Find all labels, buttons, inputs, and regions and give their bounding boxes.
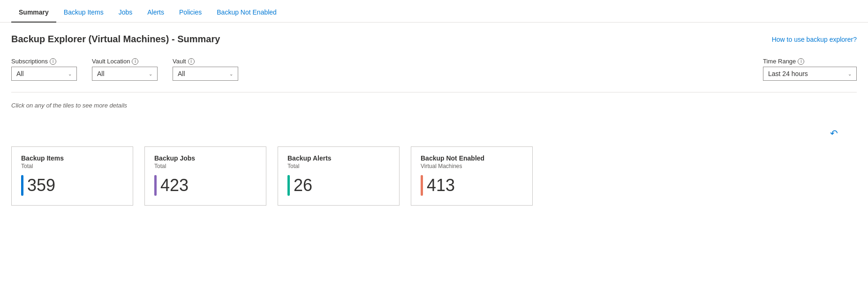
refresh-icon[interactable]: ↶	[830, 128, 838, 139]
subscriptions-filter: Subscriptions i All ⌄	[11, 58, 77, 81]
help-link[interactable]: How to use backup explorer?	[772, 36, 857, 43]
backup-items-number: 359	[27, 177, 55, 194]
tab-summary[interactable]: Summary	[11, 3, 56, 23]
backup-not-enabled-tile[interactable]: Backup Not Enabled Virtual Machines 413	[411, 146, 533, 206]
backup-jobs-number: 423	[160, 177, 189, 194]
vault-location-label: Vault Location i	[92, 58, 158, 65]
backup-alerts-tile-title: Backup Alerts	[287, 154, 390, 162]
tab-backup-items[interactable]: Backup Items	[56, 3, 111, 23]
backup-items-tile[interactable]: Backup Items Total 359	[11, 146, 133, 206]
backup-alerts-value-row: 26	[287, 175, 390, 196]
tab-jobs[interactable]: Jobs	[111, 3, 140, 23]
hint-text: Click on any of the tiles to see more de…	[11, 102, 857, 109]
time-range-chevron-icon: ⌄	[848, 71, 852, 77]
subscriptions-label: Subscriptions i	[11, 58, 77, 65]
backup-items-value-row: 359	[21, 175, 123, 196]
vault-dropdown[interactable]: All ⌄	[173, 67, 238, 81]
time-range-filter: Time Range i Last 24 hours ⌄	[763, 58, 857, 81]
backup-jobs-tile-subtitle: Total	[154, 163, 257, 169]
time-range-info-icon: i	[798, 58, 804, 65]
backup-items-bar	[21, 175, 23, 196]
vault-label: Vault i	[173, 58, 238, 65]
time-range-dropdown[interactable]: Last 24 hours ⌄	[763, 67, 857, 81]
vault-info-icon: i	[188, 58, 195, 65]
backup-alerts-tile[interactable]: Backup Alerts Total 26	[278, 146, 400, 206]
backup-alerts-number: 26	[294, 177, 312, 194]
backup-items-tile-subtitle: Total	[21, 163, 123, 169]
backup-jobs-bar	[154, 175, 157, 196]
backup-alerts-bar	[287, 175, 290, 196]
backup-jobs-tile[interactable]: Backup Jobs Total 423	[144, 146, 266, 206]
tab-bar: Summary Backup Items Jobs Alerts Policie…	[0, 0, 868, 23]
vault-location-info-icon: i	[132, 58, 138, 65]
title-row: Backup Explorer (Virtual Machines) - Sum…	[11, 34, 857, 46]
refresh-area: ↶	[11, 128, 857, 139]
filters-row: Subscriptions i All ⌄ Vault Location i A…	[11, 58, 857, 81]
backup-alerts-tile-subtitle: Total	[287, 163, 390, 169]
vault-location-chevron-icon: ⌄	[149, 71, 152, 77]
subscriptions-chevron-icon: ⌄	[68, 71, 72, 77]
tab-policies[interactable]: Policies	[172, 3, 209, 23]
subscriptions-info-icon: i	[50, 58, 56, 65]
page-title: Backup Explorer (Virtual Machines) - Sum…	[11, 34, 220, 45]
tiles-row: Backup Items Total 359 Backup Jobs Total…	[11, 146, 857, 206]
backup-not-enabled-tile-title: Backup Not Enabled	[421, 154, 523, 162]
vault-chevron-icon: ⌄	[229, 71, 233, 77]
divider	[11, 92, 857, 92]
backup-jobs-tile-title: Backup Jobs	[154, 154, 257, 162]
backup-jobs-value-row: 423	[154, 175, 257, 196]
backup-not-enabled-bar	[421, 175, 423, 196]
time-range-label: Time Range i	[763, 58, 857, 65]
backup-not-enabled-tile-subtitle: Virtual Machines	[421, 163, 523, 169]
tab-alerts[interactable]: Alerts	[140, 3, 172, 23]
vault-location-filter: Vault Location i All ⌄	[92, 58, 158, 81]
vault-filter: Vault i All ⌄	[173, 58, 238, 81]
vault-location-dropdown[interactable]: All ⌄	[92, 67, 158, 81]
backup-not-enabled-number: 413	[427, 177, 455, 194]
subscriptions-dropdown[interactable]: All ⌄	[11, 67, 77, 81]
tab-backup-not-enabled[interactable]: Backup Not Enabled	[209, 3, 284, 23]
main-content: Backup Explorer (Virtual Machines) - Sum…	[0, 23, 868, 217]
backup-items-tile-title: Backup Items	[21, 154, 123, 162]
backup-not-enabled-value-row: 413	[421, 175, 523, 196]
